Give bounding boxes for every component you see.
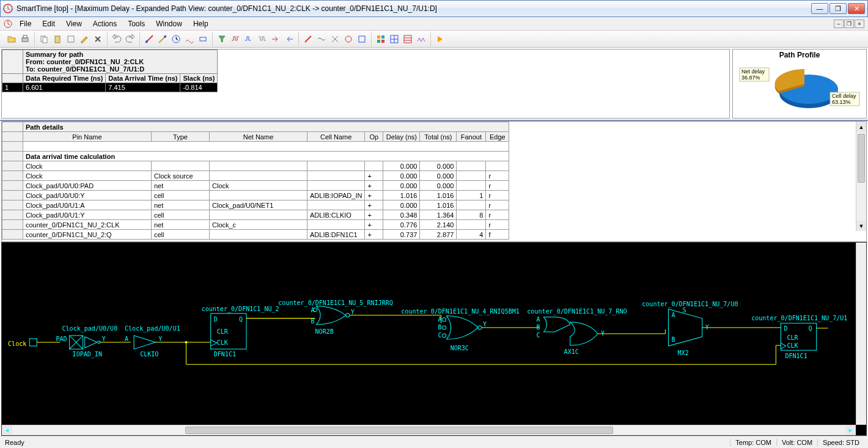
zigzag-icon[interactable] [416, 34, 427, 45]
col-delay[interactable]: Delay (ns) [383, 132, 420, 142]
print-icon[interactable] [20, 34, 31, 45]
tool1-icon[interactable] [303, 34, 314, 45]
clock-icon[interactable] [171, 34, 182, 45]
wave3-icon[interactable] [257, 34, 268, 45]
menu-actions[interactable]: Actions [88, 18, 122, 29]
schematic-svg: .w { stroke:#ffff00; stroke-width:1; fil… [2, 243, 856, 425]
schematic-pane[interactable]: .w { stroke:#ffff00; stroke-width:1; fil… [1, 242, 867, 436]
mdi-close[interactable]: × [855, 20, 864, 28]
svg-rect-6 [22, 38, 28, 42]
menu-file[interactable]: File [15, 18, 36, 29]
details-title: Path details [23, 122, 509, 132]
svg-point-77 [443, 326, 446, 329]
svg-rect-18 [377, 35, 380, 39]
col-pin-name[interactable]: Pin Name [23, 132, 152, 142]
path-icon[interactable] [184, 34, 195, 45]
in-icon[interactable] [270, 34, 281, 45]
col-op[interactable]: Op [365, 132, 383, 142]
schematic-scrollbar-v[interactable] [856, 243, 866, 425]
svg-rect-11 [68, 36, 74, 42]
wave2-icon[interactable] [243, 34, 254, 45]
col-fanout[interactable]: Fanout [457, 132, 486, 142]
constraint2-icon[interactable] [157, 34, 168, 45]
pie-title: Path Profile [779, 50, 820, 61]
svg-text:MX2: MX2 [678, 350, 689, 356]
grid1-icon[interactable] [375, 34, 386, 45]
svg-text:CLK: CLK [787, 342, 798, 349]
mdi-minimize[interactable]: – [834, 20, 844, 28]
menu-help[interactable]: Help [188, 18, 213, 29]
status-speed: Speed: STD [817, 439, 864, 446]
filter1-icon[interactable] [216, 34, 227, 45]
redo-icon[interactable] [125, 34, 136, 45]
summary-pane: Summary for path From: counter_0/DFN1C1_… [1, 49, 730, 119]
menu-edit[interactable]: Edit [37, 18, 60, 29]
col-total[interactable]: Total (ns) [420, 132, 457, 142]
table-row[interactable]: Clock_pad/U0/U0:YcellADLIB:IOPAD_IN+1.01… [2, 191, 509, 200]
svg-text:Net delay: Net delay [741, 68, 765, 75]
svg-point-12 [145, 40, 148, 43]
paste-icon[interactable] [52, 34, 63, 45]
svg-point-79 [478, 326, 482, 329]
tool5-icon[interactable] [356, 34, 367, 45]
edit-icon[interactable] [79, 34, 90, 45]
col-data-arrival[interactable]: Data Arrival Time (ns) [106, 74, 180, 83]
svg-text:IOPAD_IN: IOPAD_IN [73, 351, 102, 358]
grid3-icon[interactable] [402, 34, 413, 45]
path2-icon[interactable] [197, 34, 208, 45]
undo-icon[interactable] [111, 34, 122, 45]
close-button[interactable]: ✕ [848, 3, 865, 14]
open-icon[interactable] [6, 34, 17, 45]
menu-window[interactable]: Window [151, 18, 187, 29]
out-icon[interactable] [284, 34, 295, 45]
col-slack[interactable]: Slack (ns) [180, 74, 218, 83]
toolbar [0, 31, 868, 48]
constraint-icon[interactable] [144, 34, 155, 45]
maximize-button[interactable]: ❐ [829, 3, 847, 14]
status-ready: Ready [4, 439, 730, 446]
svg-text:Q: Q [239, 316, 243, 323]
table-row[interactable]: ClockClock source+0.0000.000r [2, 171, 509, 181]
pie-chart: Net delay 36.87% Cell delay 63.13% [738, 62, 861, 117]
delete-icon[interactable] [92, 34, 103, 45]
summary-row[interactable]: 1 6.601 7.415 -0.814 [2, 83, 218, 92]
tool3-icon[interactable] [329, 34, 340, 45]
mdi-restore[interactable]: ❐ [844, 20, 854, 28]
svg-point-78 [443, 334, 446, 337]
col-edge[interactable]: Edge [486, 132, 509, 142]
col-type[interactable]: Type [152, 132, 210, 142]
svg-point-16 [345, 36, 351, 42]
table-row[interactable]: Clock_pad/U0/U1:AnetClock_pad/U0/NET1+0.… [2, 200, 509, 210]
col-cell-name[interactable]: Cell Name [307, 132, 365, 142]
app-icon [3, 4, 13, 13]
table-row[interactable]: Clock_pad/U0/U1:YcellADLIB:CLKIO+0.3481.… [2, 210, 509, 220]
table-row[interactable]: Clock_pad/U0/U0:PADnetClock+0.0000.000r [2, 181, 509, 191]
svg-rect-33 [29, 339, 37, 346]
tool4-icon[interactable] [343, 34, 354, 45]
col-data-required[interactable]: Data Required Time (ns) [23, 74, 106, 83]
minimize-button[interactable]: — [811, 3, 828, 14]
window-buttons: — ❐ ✕ [811, 3, 865, 14]
table-row[interactable]: Clock0.0000.000 [2, 161, 509, 171]
col-net-name[interactable]: Net Name [210, 132, 307, 142]
table-row[interactable]: counter_0/DFN1C1_NU_2:QcellADLIB:DFN1C1+… [2, 230, 509, 240]
menu-tools[interactable]: Tools [123, 18, 150, 29]
menu-view[interactable]: View [61, 18, 87, 29]
wave-icon[interactable] [230, 34, 241, 45]
svg-text:A: A [438, 316, 442, 323]
cut-icon[interactable] [65, 34, 76, 45]
run-icon[interactable] [435, 34, 446, 45]
svg-text:Cell delay: Cell delay [832, 93, 856, 99]
tool2-icon[interactable] [316, 34, 327, 45]
svg-text:CLR: CLR [217, 328, 229, 335]
svg-text:NOR2B: NOR2B [315, 328, 334, 335]
svg-text:A: A [536, 316, 540, 323]
grid2-icon[interactable] [389, 34, 400, 45]
copy-icon[interactable] [39, 34, 50, 45]
svg-text:counter_0/DFN1E1C1_NU_7_RNO: counter_0/DFN1E1C1_NU_7_RNO [527, 308, 627, 315]
details-scrollbar-v[interactable]: ▲ ▼ [856, 122, 866, 231]
menu-bar: File Edit View Actions Tools Window Help… [0, 17, 868, 31]
schematic-scrollbar-h[interactable]: ◄ ► [2, 425, 856, 435]
table-row[interactable]: counter_0/DFN1C1_NU_2:CLKnetClock_c+0.77… [2, 220, 509, 230]
section-header: Data arrival time calculation [23, 152, 509, 161]
